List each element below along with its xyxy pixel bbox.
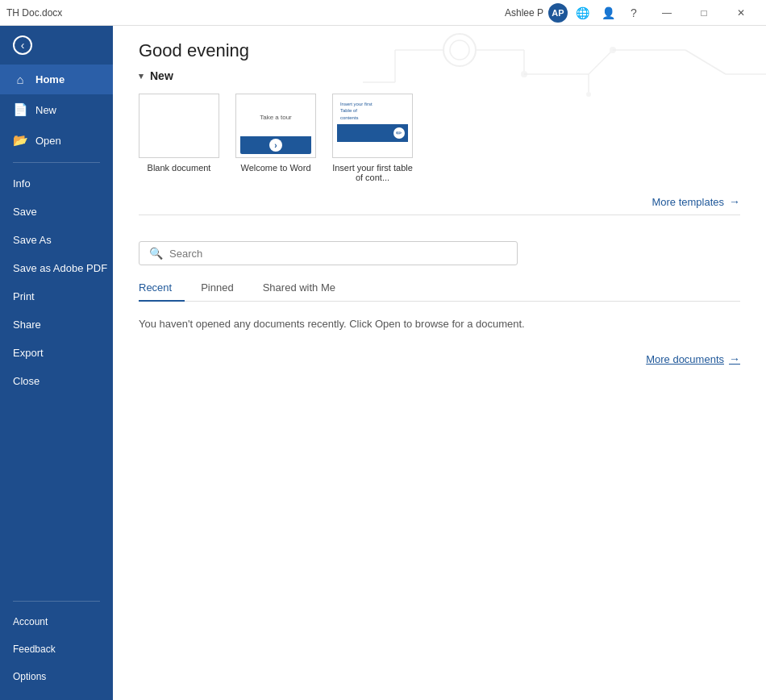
- welcome-label: Welcome to Word: [240, 163, 310, 173]
- collapse-icon[interactable]: ▾: [139, 71, 144, 81]
- template-blank[interactable]: Blank document: [139, 94, 219, 173]
- sidebar-item-new[interactable]: 📄 New: [0, 94, 113, 125]
- insert-thumb: Insert your firstTable ofcontents ✏: [332, 94, 413, 158]
- welcome-top-text: Take a tour: [240, 98, 311, 136]
- sidebar-label-account: Account: [13, 616, 48, 627]
- sidebar-item-save-as-pdf[interactable]: Save as Adobe PDF: [0, 254, 113, 282]
- tab-shared-label: Shared with Me: [263, 281, 335, 294]
- sidebar-divider-1: [13, 162, 100, 163]
- sidebar-item-info[interactable]: Info: [0, 169, 113, 198]
- welcome-thumb: Take a tour ›: [235, 94, 316, 158]
- pen-icon: ✏: [393, 127, 405, 139]
- sidebar-item-save[interactable]: Save: [0, 198, 113, 226]
- sidebar-label-feedback: Feedback: [13, 644, 56, 655]
- tab-shared[interactable]: Shared with Me: [263, 275, 348, 302]
- globe-icon[interactable]: 🌐: [571, 2, 593, 24]
- sidebar-nav: ⌂ Home 📄 New 📂 Open Info Save Save As: [0, 65, 113, 594]
- help-icon[interactable]: ?: [622, 2, 645, 24]
- tab-pinned[interactable]: Pinned: [201, 275, 246, 302]
- tab-recent-label: Recent: [139, 281, 172, 294]
- back-icon: ‹: [13, 35, 32, 55]
- search-section: 🔍: [113, 228, 766, 275]
- sidebar-label-options: Options: [13, 671, 46, 682]
- sidebar-item-account[interactable]: Account: [0, 608, 113, 635]
- close-button[interactable]: ✕: [722, 0, 760, 26]
- new-section-label: New: [150, 69, 173, 82]
- search-icon: 🔍: [149, 247, 163, 260]
- blank-thumb: [139, 94, 219, 158]
- sidebar-label-close: Close: [13, 375, 40, 387]
- sidebar-item-print[interactable]: Print: [0, 282, 113, 310]
- sidebar-label-info: Info: [13, 177, 31, 190]
- sidebar-label-save: Save: [13, 206, 37, 218]
- sidebar-label-export: Export: [13, 347, 44, 359]
- tabs-row: Recent Pinned Shared with Me: [139, 275, 740, 302]
- sidebar-item-save-as[interactable]: Save As: [0, 226, 113, 254]
- open-icon: 📂: [13, 133, 27, 148]
- greeting: Good evening: [139, 40, 740, 61]
- avatar[interactable]: AP: [548, 3, 568, 23]
- insert-inner: Insert your firstTable ofcontents ✏: [337, 98, 408, 154]
- section-header-new: ▾ New: [139, 69, 740, 82]
- sidebar-item-export[interactable]: Export: [0, 339, 113, 367]
- more-documents-label: More documents: [646, 353, 724, 365]
- user-info: Ashlee P AP: [505, 3, 568, 23]
- main-content: Good evening ▾ New Blank document: [113, 26, 766, 700]
- sidebar-label-save-as-pdf: Save as Adobe PDF: [13, 262, 107, 274]
- document-title: TH Doc.docx: [6, 7, 62, 19]
- sidebar: ‹ ⌂ Home 📄 New 📂 Open Info Save: [0, 26, 113, 700]
- app-body: ‹ ⌂ Home 📄 New 📂 Open Info Save: [0, 26, 766, 700]
- minimize-button[interactable]: —: [648, 0, 685, 26]
- sidebar-label-open: Open: [35, 135, 61, 147]
- sidebar-item-feedback[interactable]: Feedback: [0, 635, 113, 663]
- title-bar-right: Ashlee P AP 🌐 👤 ? — □ ✕: [505, 0, 760, 26]
- main-header: Good evening: [113, 26, 766, 69]
- more-documents-link[interactable]: More documents →: [646, 352, 740, 365]
- welcome-inner: Take a tour ›: [240, 98, 311, 154]
- window-controls: — □ ✕: [648, 0, 760, 26]
- template-welcome[interactable]: Take a tour › Welcome to Word: [235, 94, 316, 173]
- more-templates-row: More templates →: [139, 192, 740, 215]
- more-documents-arrow-icon: →: [729, 352, 740, 365]
- user-name: Ashlee P: [505, 7, 543, 19]
- templates-row: Blank document Take a tour › Welcome to …: [139, 94, 740, 182]
- sidebar-label-print: Print: [13, 290, 35, 302]
- blank-label: Blank document: [148, 163, 211, 173]
- arrow-circle-icon: ›: [269, 139, 282, 152]
- sidebar-item-options[interactable]: Options: [0, 663, 113, 690]
- search-input[interactable]: [169, 248, 507, 260]
- new-section: ▾ New Blank document Take a tour: [113, 69, 766, 228]
- tab-recent[interactable]: Recent: [139, 275, 185, 302]
- sidebar-label-home: Home: [35, 73, 65, 85]
- title-bar-left: TH Doc.docx: [6, 7, 62, 19]
- recent-content: You haven't opened any documents recentl…: [113, 302, 766, 346]
- sidebar-label-save-as: Save As: [13, 234, 52, 246]
- sidebar-label-share: Share: [13, 319, 41, 331]
- sidebar-label-new: New: [35, 104, 56, 116]
- maximize-button[interactable]: □: [685, 0, 722, 26]
- home-icon: ⌂: [13, 73, 27, 86]
- more-templates-label: More templates: [652, 196, 724, 208]
- search-box: 🔍: [139, 241, 518, 265]
- template-insert-table[interactable]: Insert your firstTable ofcontents ✏ Inse…: [332, 94, 413, 182]
- empty-message: You haven't opened any documents recentl…: [139, 318, 740, 330]
- title-bar: TH Doc.docx Ashlee P AP 🌐 👤 ? — □ ✕: [0, 0, 766, 26]
- more-templates-link[interactable]: More templates →: [652, 195, 740, 208]
- sidebar-divider-2: [13, 601, 100, 602]
- tabs-section: Recent Pinned Shared with Me: [113, 275, 766, 302]
- new-icon: 📄: [13, 102, 27, 117]
- sidebar-item-close[interactable]: Close: [0, 367, 113, 395]
- people-icon[interactable]: 👤: [597, 2, 619, 24]
- back-button[interactable]: ‹: [0, 26, 113, 65]
- sidebar-bottom: Account Feedback Options: [0, 608, 113, 700]
- insert-label: Insert your first table of cont...: [332, 163, 413, 182]
- sidebar-item-open[interactable]: 📂 Open: [0, 125, 113, 156]
- sidebar-item-share[interactable]: Share: [0, 310, 113, 339]
- more-templates-arrow-icon: →: [729, 195, 740, 208]
- insert-text: Insert your firstTable ofcontents: [337, 98, 408, 124]
- tab-pinned-label: Pinned: [201, 281, 233, 294]
- welcome-bottom-bar: ›: [240, 136, 311, 154]
- sidebar-item-home[interactable]: ⌂ Home: [0, 65, 113, 94]
- more-docs-row: More documents →: [113, 346, 766, 372]
- insert-bottom-bar: ✏: [337, 124, 408, 142]
